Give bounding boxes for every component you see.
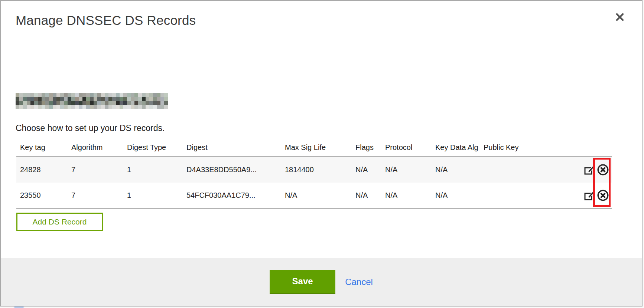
cell-key-data-alg: N/A xyxy=(432,183,480,209)
ds-records-table: Key tagAlgorithmDigest TypeDigestMax Sig… xyxy=(16,139,612,209)
cell-public-key xyxy=(480,157,576,183)
cell-algorithm: 7 xyxy=(68,157,123,183)
column-header-key-tag: Key tag xyxy=(16,139,68,157)
row-actions xyxy=(576,157,612,183)
cell-digest: 54FCF030AA1C79... xyxy=(183,183,281,209)
column-header-algorithm: Algorithm xyxy=(68,139,123,157)
column-header-public-key: Public Key xyxy=(480,139,576,157)
delete-circle-x-icon xyxy=(597,164,609,176)
edit-icon xyxy=(583,190,595,201)
table-header-row: Key tagAlgorithmDigest TypeDigestMax Sig… xyxy=(16,139,612,157)
save-button[interactable]: Save xyxy=(270,270,335,294)
row-actions xyxy=(576,183,612,209)
cell-public-key xyxy=(480,183,576,209)
cell-digest: D4A33E8DD550A9... xyxy=(183,157,281,183)
cell-algorithm: 7 xyxy=(68,183,123,209)
column-header-max-sig-life: Max Sig Life xyxy=(281,139,352,157)
delete-circle-x-icon xyxy=(597,189,609,201)
cell-flags: N/A xyxy=(352,183,381,209)
cell-flags: N/A xyxy=(352,157,381,183)
redacted-domain-name xyxy=(16,93,168,109)
cell-digest-type: 1 xyxy=(123,183,183,209)
cell-max-sig-life: N/A xyxy=(281,183,352,209)
delete-record-button[interactable] xyxy=(597,164,609,176)
edit-icon xyxy=(583,164,595,176)
delete-record-button[interactable] xyxy=(597,189,609,201)
cancel-link[interactable]: Cancel xyxy=(345,277,373,287)
column-header-flags: Flags xyxy=(352,139,381,157)
screen: Manage DNSSEC DS Records Choose how to s… xyxy=(0,0,644,308)
cell-key-tag: 23550 xyxy=(16,183,68,209)
cell-key-data-alg: N/A xyxy=(432,157,480,183)
table-row: 235507154FCF030AA1C79...N/AN/AN/AN/A xyxy=(16,183,612,209)
dialog-title: Manage DNSSEC DS Records xyxy=(16,13,196,28)
edit-record-button[interactable] xyxy=(583,164,595,176)
column-header-digest-type: Digest Type xyxy=(123,139,183,157)
column-header-digest: Digest xyxy=(183,139,281,157)
column-header-key-data-alg: Key Data Alg xyxy=(432,139,480,157)
cell-max-sig-life: 1814400 xyxy=(281,157,352,183)
cell-protocol: N/A xyxy=(381,183,432,209)
manage-dnssec-dialog: Manage DNSSEC DS Records Choose how to s… xyxy=(0,0,643,307)
close-icon xyxy=(615,12,625,22)
edit-record-button[interactable] xyxy=(583,190,595,201)
cell-digest-type: 1 xyxy=(123,157,183,183)
cell-key-tag: 24828 xyxy=(16,157,68,183)
add-ds-record-button[interactable]: Add DS Record xyxy=(16,213,103,231)
dialog-footer: Save Cancel xyxy=(1,258,642,306)
close-dialog-button[interactable] xyxy=(614,12,625,23)
cell-protocol: N/A xyxy=(381,157,432,183)
column-header-protocol: Protocol xyxy=(381,139,432,157)
instruction-text: Choose how to set up your DS records. xyxy=(16,123,165,133)
table-row: 2482871D4A33E8DD550A9...1814400N/AN/AN/A xyxy=(16,157,612,183)
